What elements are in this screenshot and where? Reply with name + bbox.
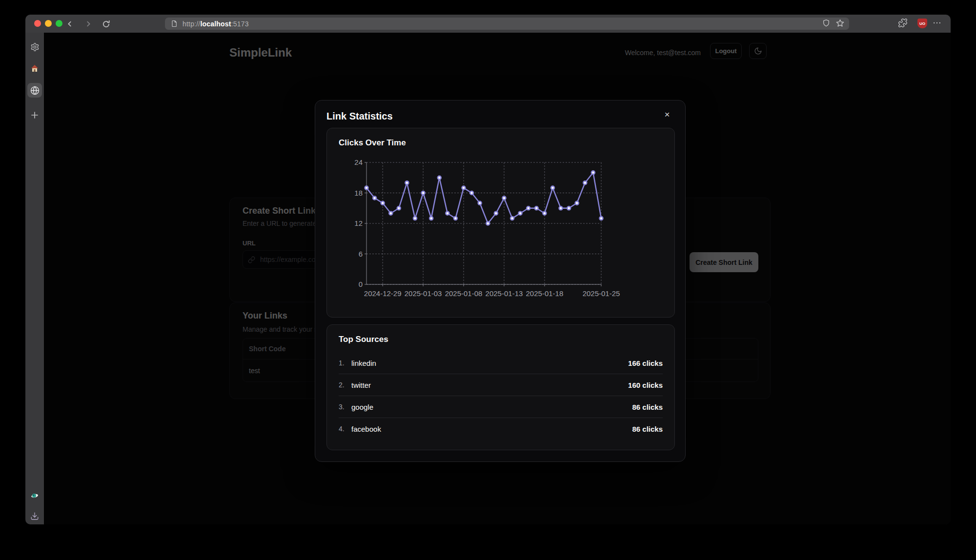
svg-text:2025-01-03: 2025-01-03 [405,289,442,298]
source-clicks: 86 clicks [632,403,663,411]
page-viewport: SimpleLink Welcome, test@test.com Logout… [44,33,951,524]
source-list-item: 1. linkedin 166 clicks [339,352,663,374]
link-statistics-modal: Link Statistics × Clicks Over Time 06121… [315,100,686,462]
reload-icon [102,20,110,28]
eye-icon [30,491,40,500]
top-sources-card: Top Sources 1. linkedin 166 clicks 2. tw… [326,324,675,450]
ellipsis-icon [932,18,942,28]
svg-text:0: 0 [359,280,363,288]
bookmark-star-icon[interactable] [836,19,844,29]
source-name: google [351,403,373,411]
browser-sidebar [25,33,44,524]
extensions-button[interactable] [898,18,908,28]
source-rank: 2. [339,381,348,389]
traffic-light-zoom[interactable] [56,20,62,27]
source-rank: 3. [339,403,348,411]
svg-text:6: 6 [359,250,363,258]
shield-icon[interactable] [822,19,830,29]
svg-text:2025-01-08: 2025-01-08 [445,289,483,298]
svg-text:2025-01-18: 2025-01-18 [526,289,564,298]
reload-button[interactable] [100,18,112,30]
new-tab-button[interactable] [27,108,42,122]
svg-text:2024-12-29: 2024-12-29 [364,289,402,298]
top-sources-list: 1. linkedin 166 clicks 2. twitter 160 cl… [339,352,663,440]
sources-section-title: Top Sources [339,335,388,344]
source-rank: 1. [339,359,348,367]
svg-text:18: 18 [354,189,363,197]
modal-close-button[interactable]: × [661,108,673,121]
clicks-section-title: Clicks Over Time [339,138,406,148]
pinned-tab-simplelink[interactable] [27,83,42,98]
back-button[interactable] [63,18,76,30]
house-icon [30,64,39,73]
source-list-item: 4. facebook 86 clicks [339,418,663,440]
chevron-left-icon [66,20,74,28]
source-clicks: 166 clicks [628,359,663,367]
clicks-over-time-card: Clicks Over Time 061218242024-12-292025-… [326,128,675,318]
gear-icon [30,42,40,52]
plus-icon [30,111,39,120]
source-list-item: 3. google 86 clicks [339,396,663,418]
page-document-icon [171,20,178,27]
more-menu-button[interactable] [932,18,942,28]
globe-icon [30,86,40,95]
puzzle-icon [898,18,908,28]
svg-text:12: 12 [354,219,363,227]
pinned-tab-home[interactable] [27,61,42,76]
source-name: facebook [351,425,381,433]
downloads-button[interactable] [27,509,42,523]
traffic-light-close[interactable] [34,20,41,27]
sidebar-settings-button[interactable] [27,40,42,54]
ublock-extension-badge[interactable]: UO [917,19,927,28]
source-rank: 4. [339,425,348,433]
chevron-right-icon [84,20,92,28]
browser-window: http://localhost:5173 UO [25,15,951,524]
source-clicks: 86 clicks [632,425,663,433]
eye-extension-button[interactable] [27,488,42,503]
svg-text:2025-01-25: 2025-01-25 [583,289,620,298]
traffic-light-minimize[interactable] [45,20,52,27]
clicks-over-time-chart: 061218242024-12-292025-01-032025-01-0820… [339,156,663,299]
svg-text:2025-01-13: 2025-01-13 [486,289,523,298]
modal-title: Link Statistics [326,111,393,122]
svg-text:24: 24 [354,158,363,166]
browser-chrome: http://localhost:5173 UO [25,15,951,33]
forward-button[interactable] [82,18,95,30]
source-clicks: 160 clicks [628,381,663,389]
address-bar[interactable]: http://localhost:5173 [165,18,849,30]
source-name: linkedin [351,359,376,367]
screenshot-stage: http://localhost:5173 UO [0,0,976,560]
url-text: http://localhost:5173 [183,20,249,28]
source-name: twitter [351,381,371,389]
download-icon [30,512,39,520]
source-list-item: 2. twitter 160 clicks [339,374,663,396]
